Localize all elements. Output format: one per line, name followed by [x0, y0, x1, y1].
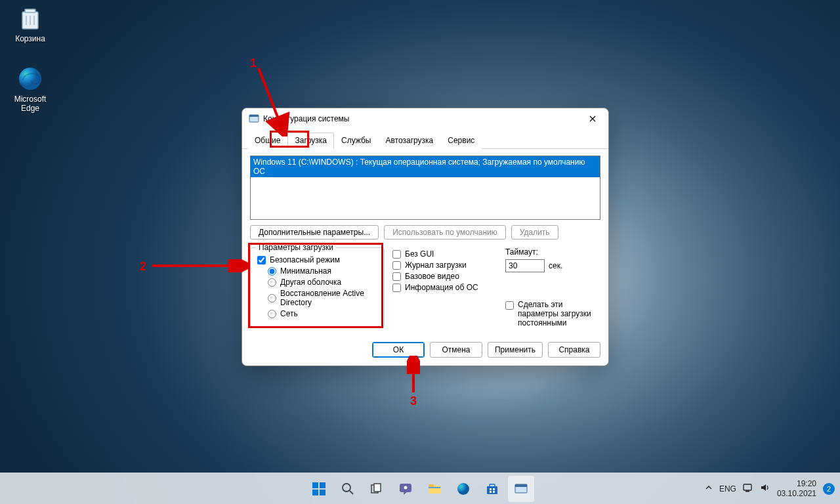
search-button[interactable] [335, 476, 361, 502]
boot-entries-list[interactable]: Windows 11 (C:\WINDOWS) : Текущая операц… [250, 156, 600, 220]
tab-strip: Общие Загрузка Службы Автозагрузка Серви… [242, 132, 608, 149]
svg-rect-31 [746, 491, 749, 492]
tray-language[interactable]: ENG [719, 484, 736, 494]
close-button[interactable] [583, 111, 602, 127]
apply-button[interactable]: Применить [488, 342, 543, 358]
cancel-button[interactable]: Отмена [430, 342, 482, 358]
safe-boot-altshell-radio[interactable]: Другая оболочка [268, 278, 377, 287]
timeout-label: Таймаут: [505, 247, 600, 257]
svg-rect-30 [744, 484, 751, 490]
svg-rect-26 [490, 491, 492, 493]
svg-line-5 [259, 68, 282, 129]
tab-services[interactable]: Службы [334, 133, 378, 149]
make-permanent-checkbox[interactable]: Сделать эти параметры загрузки постоянны… [505, 300, 600, 327]
svg-rect-23 [490, 484, 495, 487]
misc-options: Без GUI Журнал загрузки Базовое видео Ин… [392, 247, 497, 294]
annotation-arrow-2 [150, 259, 248, 272]
os-info-checkbox[interactable]: Информация об ОС [392, 283, 497, 292]
taskbar-msconfig-icon[interactable] [508, 476, 534, 502]
desktop-icon-label: Microsoft Edge [14, 94, 47, 113]
svg-line-13 [350, 491, 353, 494]
taskbar-edge-icon[interactable] [450, 476, 476, 502]
tab-tools[interactable]: Сервис [440, 133, 482, 149]
advanced-options-button[interactable]: Дополнительные параметры... [250, 225, 379, 240]
svg-rect-25 [493, 488, 495, 490]
desktop-icon-edge[interactable]: Microsoft Edge [5, 66, 55, 113]
annotation-number-2: 2 [140, 260, 146, 274]
tab-startup[interactable]: Автозагрузка [378, 133, 440, 149]
safe-boot-checkbox[interactable]: Безопасный режим [257, 255, 377, 264]
timeout-unit: сек. [549, 261, 562, 270]
taskbar: ENG 19:20 03.10.2021 2 [0, 472, 840, 504]
edge-icon [17, 66, 43, 92]
svg-rect-19 [429, 484, 434, 487]
annotation-arrow-3 [407, 356, 420, 395]
tray-date: 03.10.2021 [777, 489, 816, 498]
safe-boot-ad-repair-radio[interactable]: Восстановление Active Directory [268, 289, 377, 307]
svg-point-12 [343, 484, 350, 492]
tray-chevron-up-icon[interactable] [705, 484, 713, 494]
tab-boot[interactable]: Загрузка [287, 133, 334, 149]
desktop-icon-label: Корзина [15, 34, 45, 43]
start-button[interactable] [306, 476, 332, 502]
svg-rect-22 [487, 486, 497, 494]
task-view-button[interactable] [364, 476, 390, 502]
svg-rect-1 [25, 9, 35, 12]
safe-boot-network-radio[interactable]: Сеть [268, 309, 377, 318]
svg-point-21 [457, 483, 469, 495]
dialog-title: Конфигурация системы [263, 114, 583, 123]
svg-rect-10 [312, 490, 318, 495]
recycle-bin-icon [17, 5, 43, 32]
set-default-button: Использовать по умолчанию [384, 225, 506, 240]
svg-rect-11 [320, 490, 326, 495]
taskbar-explorer-icon[interactable] [421, 476, 448, 502]
svg-rect-27 [493, 491, 495, 493]
svg-point-17 [404, 486, 408, 489]
delete-button: Удалить [511, 225, 558, 240]
tray-clock[interactable]: 19:20 03.10.2021 [777, 479, 816, 498]
svg-rect-9 [320, 482, 326, 488]
boot-log-checkbox[interactable]: Журнал загрузки [392, 261, 497, 270]
annotation-arrow-1 [255, 64, 291, 136]
taskbar-store-icon[interactable] [479, 476, 505, 502]
tray-notification-badge[interactable]: 2 [823, 483, 835, 495]
taskbar-chat-icon[interactable] [392, 476, 419, 502]
tray-network-icon[interactable] [743, 483, 753, 494]
svg-rect-20 [429, 487, 440, 488]
no-gui-checkbox[interactable]: Без GUI [392, 249, 497, 259]
msconfig-dialog: Конфигурация системы Общие Загрузка Служ… [242, 108, 609, 366]
safe-boot-minimal-radio[interactable]: Минимальная [268, 266, 377, 276]
tray-time: 19:20 [777, 479, 816, 488]
boot-options-group: Параметры загрузки Безопасный режим Мини… [250, 247, 385, 327]
svg-rect-15 [374, 484, 381, 492]
desktop-icon-recycle-bin[interactable]: Корзина [5, 5, 55, 43]
svg-rect-24 [490, 488, 492, 490]
titlebar[interactable]: Конфигурация системы [242, 108, 608, 129]
svg-rect-29 [515, 484, 527, 487]
boot-entry[interactable]: Windows 11 (C:\WINDOWS) : Текущая операц… [251, 156, 600, 177]
group-title: Параметры загрузки [256, 243, 336, 252]
svg-rect-8 [312, 482, 318, 488]
tray-volume-icon[interactable] [760, 483, 770, 494]
timeout-group: Таймаут: сек. Сделать эти параметры загр… [505, 247, 600, 327]
base-video-checkbox[interactable]: Базовое видео [392, 272, 497, 281]
help-button[interactable]: Справка [548, 342, 600, 358]
annotation-number-3: 3 [410, 394, 417, 408]
timeout-input[interactable] [505, 259, 545, 272]
